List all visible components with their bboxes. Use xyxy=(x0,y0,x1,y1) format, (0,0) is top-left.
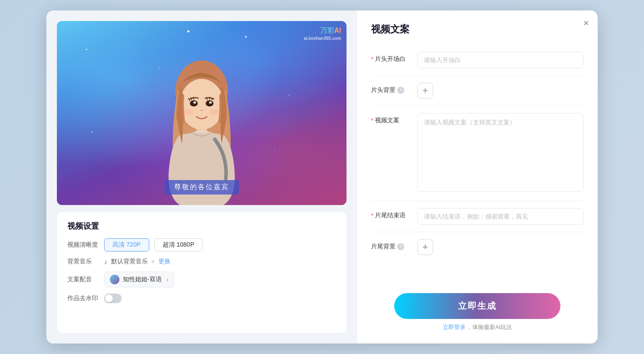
quality-720p-button[interactable]: 高清 720P xyxy=(104,238,149,251)
watermark-toggle[interactable] xyxy=(104,294,122,303)
bg-header-content: + xyxy=(417,83,584,99)
bg-header-row: 片头背景 ? + xyxy=(371,76,584,106)
music-change-button[interactable]: 更换 xyxy=(158,258,171,266)
bg-footer-content: + xyxy=(417,239,584,255)
music-icon: ♪ xyxy=(104,258,108,266)
bg-footer-row: 片尾背景 ? + xyxy=(371,232,584,262)
closing-row: * 片尾结束语 xyxy=(371,201,584,232)
right-panel: × 视频文案 * 片头开场白 片头背景 ? xyxy=(357,11,598,343)
voice-avatar xyxy=(110,275,119,284)
star-deco xyxy=(289,95,290,96)
music-name: 默认背景音乐 xyxy=(111,258,148,266)
modal-container: 万彩AI ai.keehan365.com xyxy=(46,11,598,343)
star-deco xyxy=(245,36,247,38)
right-title: 视频文案 xyxy=(371,23,584,36)
opening-content xyxy=(417,52,584,68)
closing-required-star: * xyxy=(371,212,373,219)
content-label: * 视频文案 xyxy=(371,113,410,124)
submit-area: 立即生成 立即登录 ，体验最新AI玩法 xyxy=(371,284,584,331)
svg-point-3 xyxy=(180,79,224,130)
bg-header-label: 片头背景 ? xyxy=(371,83,410,94)
music-row: 背景音乐 ♪ 默认背景音乐 × 更换 xyxy=(67,258,336,266)
opening-required-star: * xyxy=(371,56,373,63)
video-preview: 万彩AI ai.keehan365.com xyxy=(57,21,346,205)
svg-point-7 xyxy=(209,102,212,104)
login-link[interactable]: 立即登录 xyxy=(443,324,466,330)
settings-section: 视频设置 视频清晰度 高清 720P 超清 1080P 背景音乐 ♪ 默认背景音… xyxy=(57,212,346,333)
svg-point-5 xyxy=(206,100,214,106)
login-hint: 立即登录 ，体验最新AI玩法 xyxy=(443,323,512,331)
quality-1080p-button[interactable]: 超清 1080P xyxy=(154,238,203,251)
voice-select-button[interactable]: 知性姐姐-双语 › xyxy=(104,272,174,287)
voice-name: 知性姐姐-双语 xyxy=(123,276,162,283)
svg-point-6 xyxy=(193,102,196,104)
left-panel: 万彩AI ai.keehan365.com xyxy=(46,11,357,343)
content-textarea[interactable] xyxy=(417,113,584,192)
voice-arrow-icon: › xyxy=(166,276,168,283)
watermark-row: 作品去水印 xyxy=(67,294,336,303)
subtitle-bar: 尊敬的各位嘉宾 xyxy=(164,180,239,195)
star-deco xyxy=(274,150,275,151)
watermark-label: 作品去水印 xyxy=(67,294,99,302)
bg-header-add-button[interactable]: + xyxy=(417,83,433,99)
watermark: 万彩AI ai.keehan365.com xyxy=(304,26,341,41)
brand-name: 万彩AI xyxy=(304,26,341,35)
svg-point-4 xyxy=(190,100,198,106)
music-label: 背景音乐 xyxy=(67,258,99,266)
closing-content xyxy=(417,208,584,225)
opening-row: * 片头开场白 xyxy=(371,45,584,76)
content-content xyxy=(417,113,584,194)
closing-input[interactable] xyxy=(417,208,584,225)
generate-button[interactable]: 立即生成 xyxy=(394,293,560,319)
star-deco xyxy=(187,30,189,32)
svg-point-8 xyxy=(183,109,194,115)
login-hint-text: ，体验最新AI玩法 xyxy=(467,324,512,330)
content-row: * 视频文案 xyxy=(371,106,584,201)
close-button[interactable]: × xyxy=(583,18,589,28)
svg-point-9 xyxy=(210,109,220,115)
music-info: ♪ 默认背景音乐 × 更换 xyxy=(104,258,171,266)
content-required-star: * xyxy=(371,117,373,124)
form-area: * 片头开场白 片头背景 ? + xyxy=(371,45,584,284)
opening-label: * 片头开场白 xyxy=(371,52,410,63)
quality-label: 视频清晰度 xyxy=(67,241,99,249)
bg-header-help-icon[interactable]: ? xyxy=(397,87,404,94)
quality-row: 视频清晰度 高清 720P 超清 1080P xyxy=(67,238,336,251)
closing-label: * 片尾结束语 xyxy=(371,208,410,219)
bg-footer-help-icon[interactable]: ? xyxy=(397,243,404,250)
toggle-knob xyxy=(105,294,113,302)
voice-label: 文案配音 xyxy=(67,276,99,283)
opening-input[interactable] xyxy=(417,52,584,68)
settings-title: 视频设置 xyxy=(67,221,336,231)
music-separator: × xyxy=(151,258,155,265)
bg-footer-label: 片尾背景 ? xyxy=(371,239,410,251)
voice-row: 文案配音 知性姐姐-双语 › xyxy=(67,272,336,287)
bg-footer-add-button[interactable]: + xyxy=(417,239,433,255)
